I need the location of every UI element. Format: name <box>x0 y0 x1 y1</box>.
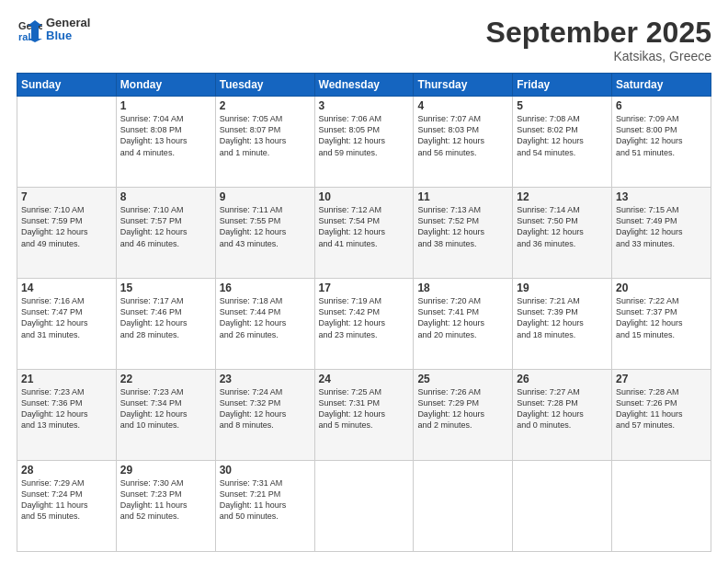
table-cell: 8Sunrise: 7:10 AMSunset: 7:57 PMDaylight… <box>116 188 215 279</box>
table-cell: 5Sunrise: 7:08 AMSunset: 8:02 PMDaylight… <box>513 97 612 188</box>
cell-info: Sunrise: 7:23 AMSunset: 7:34 PMDaylight:… <box>120 386 211 431</box>
table-cell: 23Sunrise: 7:24 AMSunset: 7:32 PMDayligh… <box>215 370 314 461</box>
col-monday: Monday <box>116 74 215 97</box>
day-number: 24 <box>319 373 410 385</box>
table-cell: 27Sunrise: 7:28 AMSunset: 7:26 PMDayligh… <box>612 370 711 461</box>
cell-info: Sunrise: 7:17 AMSunset: 7:46 PMDaylight:… <box>120 295 211 340</box>
day-number: 29 <box>120 464 211 477</box>
table-cell <box>414 461 513 552</box>
cell-info: Sunrise: 7:04 AMSunset: 8:08 PMDaylight:… <box>120 113 211 158</box>
table-cell: 13Sunrise: 7:15 AMSunset: 7:49 PMDayligh… <box>612 188 711 279</box>
day-number: 6 <box>616 99 707 112</box>
table-cell: 12Sunrise: 7:14 AMSunset: 7:50 PMDayligh… <box>513 188 612 279</box>
logo-icon: Gene ral <box>17 17 42 42</box>
month-title: September 2025 <box>486 17 711 49</box>
day-number: 15 <box>120 282 211 294</box>
day-number: 13 <box>616 190 707 203</box>
cell-info: Sunrise: 7:19 AMSunset: 7:42 PMDaylight:… <box>319 295 410 340</box>
table-cell: 1Sunrise: 7:04 AMSunset: 8:08 PMDaylight… <box>116 97 215 188</box>
col-wednesday: Wednesday <box>314 74 414 97</box>
svg-text:ral: ral <box>18 31 30 42</box>
table-cell <box>314 461 414 552</box>
table-cell: 4Sunrise: 7:07 AMSunset: 8:03 PMDaylight… <box>414 97 513 188</box>
cell-info: Sunrise: 7:30 AMSunset: 7:23 PMDaylight:… <box>120 477 211 523</box>
calendar-week-row: 7Sunrise: 7:10 AMSunset: 7:59 PMDaylight… <box>17 188 711 279</box>
cell-info: Sunrise: 7:31 AMSunset: 7:21 PMDaylight:… <box>220 477 311 523</box>
cell-info: Sunrise: 7:20 AMSunset: 7:41 PMDaylight:… <box>417 295 508 340</box>
table-cell: 15Sunrise: 7:17 AMSunset: 7:46 PMDayligh… <box>116 279 215 370</box>
table-cell: 30Sunrise: 7:31 AMSunset: 7:21 PMDayligh… <box>215 461 314 552</box>
cell-info: Sunrise: 7:23 AMSunset: 7:36 PMDaylight:… <box>21 386 112 431</box>
day-number: 4 <box>417 99 508 112</box>
cell-info: Sunrise: 7:15 AMSunset: 7:49 PMDaylight:… <box>616 204 707 249</box>
day-number: 9 <box>220 190 311 203</box>
table-cell: 2Sunrise: 7:05 AMSunset: 8:07 PMDaylight… <box>215 97 314 188</box>
cell-info: Sunrise: 7:12 AMSunset: 7:54 PMDaylight:… <box>319 204 410 249</box>
cell-info: Sunrise: 7:13 AMSunset: 7:52 PMDaylight:… <box>417 204 508 249</box>
cell-info: Sunrise: 7:08 AMSunset: 8:02 PMDaylight:… <box>517 113 608 158</box>
day-number: 7 <box>21 190 112 203</box>
col-thursday: Thursday <box>414 74 513 97</box>
table-cell: 24Sunrise: 7:25 AMSunset: 7:31 PMDayligh… <box>314 370 414 461</box>
day-number: 3 <box>319 99 410 112</box>
cell-info: Sunrise: 7:29 AMSunset: 7:24 PMDaylight:… <box>21 477 112 523</box>
day-number: 14 <box>21 282 112 294</box>
table-cell <box>513 461 612 552</box>
day-number: 18 <box>417 282 508 294</box>
cell-info: Sunrise: 7:21 AMSunset: 7:39 PMDaylight:… <box>517 295 608 340</box>
cell-info: Sunrise: 7:24 AMSunset: 7:32 PMDaylight:… <box>220 386 311 431</box>
table-cell: 21Sunrise: 7:23 AMSunset: 7:36 PMDayligh… <box>17 370 117 461</box>
day-number: 10 <box>319 190 410 203</box>
cell-info: Sunrise: 7:09 AMSunset: 8:00 PMDaylight:… <box>616 113 707 158</box>
header: Gene ral General Blue September 2025 Kat… <box>17 17 711 63</box>
day-number: 30 <box>220 464 311 477</box>
cell-info: Sunrise: 7:22 AMSunset: 7:37 PMDaylight:… <box>616 295 707 340</box>
logo-general-text: General <box>46 17 90 29</box>
cell-info: Sunrise: 7:10 AMSunset: 7:59 PMDaylight:… <box>21 204 112 249</box>
table-cell: 17Sunrise: 7:19 AMSunset: 7:42 PMDayligh… <box>314 279 414 370</box>
title-block: September 2025 Katsikas, Greece <box>486 17 711 63</box>
logo-text: General Blue <box>46 17 90 43</box>
day-number: 8 <box>120 190 211 203</box>
day-number: 27 <box>616 373 707 385</box>
cell-info: Sunrise: 7:05 AMSunset: 8:07 PMDaylight:… <box>220 113 311 158</box>
calendar-table: Sunday Monday Tuesday Wednesday Thursday… <box>17 73 711 552</box>
cell-info: Sunrise: 7:18 AMSunset: 7:44 PMDaylight:… <box>220 295 311 340</box>
day-number: 23 <box>220 373 311 385</box>
day-number: 20 <box>616 282 707 294</box>
day-number: 25 <box>417 373 508 385</box>
day-number: 16 <box>220 282 311 294</box>
table-cell: 18Sunrise: 7:20 AMSunset: 7:41 PMDayligh… <box>414 279 513 370</box>
table-cell: 11Sunrise: 7:13 AMSunset: 7:52 PMDayligh… <box>414 188 513 279</box>
day-number: 26 <box>517 373 608 385</box>
table-cell: 29Sunrise: 7:30 AMSunset: 7:23 PMDayligh… <box>116 461 215 552</box>
cell-info: Sunrise: 7:28 AMSunset: 7:26 PMDaylight:… <box>616 386 707 431</box>
cell-info: Sunrise: 7:14 AMSunset: 7:50 PMDaylight:… <box>517 204 608 249</box>
day-number: 5 <box>517 99 608 112</box>
table-cell: 3Sunrise: 7:06 AMSunset: 8:05 PMDaylight… <box>314 97 414 188</box>
calendar-week-row: 14Sunrise: 7:16 AMSunset: 7:47 PMDayligh… <box>17 279 711 370</box>
day-number: 11 <box>417 190 508 203</box>
cell-info: Sunrise: 7:11 AMSunset: 7:55 PMDaylight:… <box>220 204 311 249</box>
table-cell: 19Sunrise: 7:21 AMSunset: 7:39 PMDayligh… <box>513 279 612 370</box>
cell-info: Sunrise: 7:16 AMSunset: 7:47 PMDaylight:… <box>21 295 112 340</box>
col-tuesday: Tuesday <box>215 74 314 97</box>
table-cell: 10Sunrise: 7:12 AMSunset: 7:54 PMDayligh… <box>314 188 414 279</box>
table-cell: 26Sunrise: 7:27 AMSunset: 7:28 PMDayligh… <box>513 370 612 461</box>
table-cell: 20Sunrise: 7:22 AMSunset: 7:37 PMDayligh… <box>612 279 711 370</box>
cell-info: Sunrise: 7:25 AMSunset: 7:31 PMDaylight:… <box>319 386 410 431</box>
logo: Gene ral General Blue <box>17 17 90 43</box>
calendar-week-row: 1Sunrise: 7:04 AMSunset: 8:08 PMDaylight… <box>17 97 711 188</box>
day-number: 22 <box>120 373 211 385</box>
table-cell: 14Sunrise: 7:16 AMSunset: 7:47 PMDayligh… <box>17 279 117 370</box>
calendar-week-row: 28Sunrise: 7:29 AMSunset: 7:24 PMDayligh… <box>17 461 711 552</box>
day-number: 1 <box>120 99 211 112</box>
day-number: 17 <box>319 282 410 294</box>
page: Gene ral General Blue September 2025 Kat… <box>0 0 728 563</box>
table-cell: 22Sunrise: 7:23 AMSunset: 7:34 PMDayligh… <box>116 370 215 461</box>
location: Katsikas, Greece <box>486 49 711 63</box>
table-cell: 28Sunrise: 7:29 AMSunset: 7:24 PMDayligh… <box>17 461 117 552</box>
logo-blue-text: Blue <box>46 29 90 42</box>
day-number: 12 <box>517 190 608 203</box>
table-cell: 25Sunrise: 7:26 AMSunset: 7:29 PMDayligh… <box>414 370 513 461</box>
